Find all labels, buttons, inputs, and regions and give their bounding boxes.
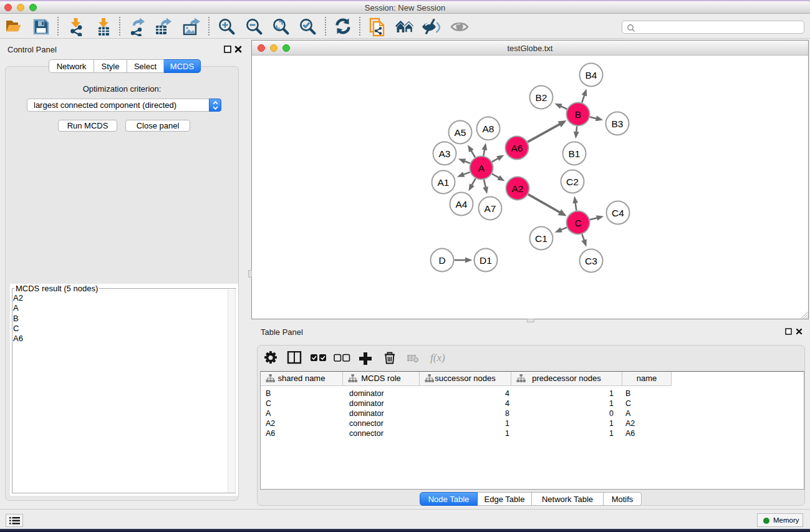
svg-text:A6: A6: [511, 143, 523, 153]
svg-text:A: A: [478, 163, 485, 173]
svg-text:A7: A7: [485, 203, 496, 214]
svg-text:B: B: [575, 109, 581, 120]
svg-text:D1: D1: [480, 255, 492, 266]
svg-text:B3: B3: [612, 118, 624, 129]
svg-text:A8: A8: [483, 123, 494, 134]
svg-text:C1: C1: [535, 233, 547, 244]
svg-text:B2: B2: [536, 92, 547, 103]
svg-text:C: C: [574, 218, 581, 228]
svg-text:A4: A4: [456, 199, 468, 210]
svg-text:A5: A5: [455, 127, 466, 138]
svg-text:A2: A2: [512, 183, 524, 194]
svg-text:f(x): f(x): [430, 352, 445, 364]
svg-text:D: D: [438, 255, 445, 266]
svg-text:C4: C4: [612, 208, 624, 218]
svg-text:C3: C3: [585, 256, 597, 266]
svg-text:A3: A3: [439, 148, 451, 159]
svg-text:B1: B1: [569, 148, 581, 159]
svg-text:C2: C2: [566, 177, 579, 187]
svg-text:A1: A1: [438, 177, 450, 188]
svg-text:B4: B4: [586, 70, 597, 80]
